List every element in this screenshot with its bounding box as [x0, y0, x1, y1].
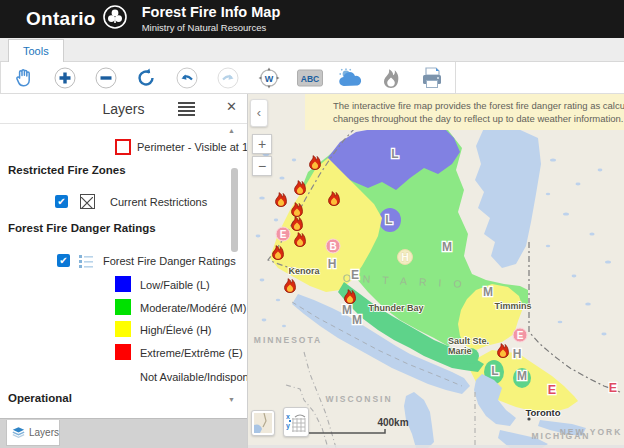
- compass-w-icon: W: [257, 66, 281, 90]
- info-banner-line1: The interactive fire map provides the fo…: [333, 99, 624, 112]
- svg-text:M: M: [352, 313, 362, 327]
- collapse-panel-button[interactable]: ‹: [250, 99, 268, 127]
- danger-marker-L[interactable]: L: [385, 213, 392, 227]
- layers-panel-header: Layers ✕: [0, 94, 247, 124]
- svg-text:H: H: [328, 257, 337, 271]
- svg-text:y: y: [286, 422, 290, 430]
- printer-icon: [420, 67, 444, 89]
- refresh-icon: [135, 67, 157, 89]
- print-button[interactable]: [419, 65, 445, 91]
- overview-map-icon: [254, 413, 272, 433]
- danger-marker-H[interactable]: H: [328, 257, 337, 271]
- map-toolbar: W ABC: [0, 62, 624, 94]
- next-extent-button[interactable]: [215, 65, 241, 91]
- map-canvas[interactable]: ONTARIO 400km MINNESOTAWISCONSINMICHIGAN…: [248, 94, 624, 448]
- legend-swatch-extreme: [115, 344, 131, 360]
- layer-label-danger-ratings: Forest Fire Danger Ratings: [103, 255, 236, 267]
- zoom-in-icon: [53, 66, 77, 90]
- labels-button[interactable]: ABC: [297, 65, 323, 91]
- danger-ratings-checkbox[interactable]: ✔: [57, 254, 70, 267]
- danger-marker-H[interactable]: H: [513, 347, 522, 361]
- city-label: Sault Ste.: [448, 336, 489, 346]
- group-danger-ratings: Forest Fire Danger Ratings: [8, 222, 156, 234]
- danger-marker-M[interactable]: M: [483, 285, 493, 299]
- info-banner: The interactive fire map provides the fo…: [305, 94, 624, 130]
- zoom-out-button[interactable]: [93, 65, 119, 91]
- zoom-in-button[interactable]: [52, 65, 78, 91]
- tab-bar: Tools: [0, 38, 624, 62]
- previous-extent-button[interactable]: [174, 65, 200, 91]
- ontario-brand: Ontario: [26, 4, 128, 34]
- north-compass-button[interactable]: W: [256, 65, 282, 91]
- svg-text:B: B: [329, 241, 336, 252]
- city-label: Thunder Bay: [368, 303, 423, 313]
- forward-arrow-icon: [216, 66, 240, 90]
- svg-text:E: E: [351, 268, 359, 282]
- danger-marker-M[interactable]: M: [342, 303, 352, 317]
- map-zoom-in-button[interactable]: +: [252, 134, 272, 154]
- svg-text:E: E: [280, 229, 287, 240]
- pan-hand-icon: [13, 67, 35, 89]
- panel-scrollbar[interactable]: [231, 168, 238, 252]
- weather-button[interactable]: [337, 65, 363, 91]
- danger-marker-M[interactable]: M: [517, 369, 527, 383]
- current-restrictions-checkbox[interactable]: ✔: [55, 195, 68, 208]
- danger-marker-B[interactable]: B: [326, 239, 340, 253]
- refresh-button[interactable]: [133, 65, 159, 91]
- danger-marker-M[interactable]: M: [442, 240, 452, 254]
- danger-marker-L[interactable]: L: [391, 147, 398, 161]
- state-label: WISCONSIN: [325, 394, 392, 404]
- scroll-down-icon[interactable]: ▼: [228, 396, 235, 403]
- svg-text:E: E: [548, 383, 556, 397]
- danger-marker-E[interactable]: E: [276, 227, 290, 241]
- close-icon[interactable]: ✕: [226, 99, 237, 114]
- legend-label-moderate: Moderate/Modéré (M): [140, 302, 246, 314]
- toolbar-group: W ABC: [0, 62, 456, 94]
- danger-marker-E[interactable]: E: [609, 381, 617, 395]
- state-label: MINNESOTA: [254, 335, 322, 345]
- legend-swatch-moderate: [115, 299, 131, 315]
- fire-report-button[interactable]: [378, 65, 404, 91]
- panel-menu-icon[interactable]: [178, 102, 195, 118]
- coordinates-grid-button[interactable]: x y: [283, 407, 309, 437]
- city-label: Kenora: [288, 266, 320, 276]
- danger-marker-M[interactable]: M: [352, 313, 362, 327]
- state-label: NEW YORK: [560, 427, 623, 437]
- city-label: Timmins: [495, 301, 532, 311]
- svg-text:L: L: [391, 147, 398, 161]
- page-title: Forest Fire Info Map: [142, 5, 281, 20]
- svg-text:M: M: [442, 240, 452, 254]
- danger-marker-E[interactable]: E: [548, 383, 556, 397]
- danger-marker-H[interactable]: H: [398, 250, 413, 265]
- danger-marker-E[interactable]: E: [513, 328, 527, 342]
- svg-text:L: L: [491, 364, 498, 378]
- pan-button[interactable]: [11, 65, 37, 91]
- overview-map-button[interactable]: [251, 410, 275, 436]
- danger-marker-E[interactable]: E: [351, 268, 359, 282]
- svg-text:x: x: [286, 413, 290, 420]
- weather-cloud-sun-icon: [337, 67, 363, 89]
- legend-label-extreme: Extreme/Extrême (E): [140, 347, 243, 359]
- ontario-trillium-logo-icon: [102, 4, 128, 34]
- scroll-up-icon[interactable]: ▲: [228, 127, 235, 134]
- layers-stack-icon: [12, 426, 25, 439]
- legend-label-low: Low/Faible (L): [140, 279, 210, 291]
- back-arrow-icon: [175, 66, 199, 90]
- svg-text:M: M: [342, 303, 352, 317]
- restriction-zone-icon: [80, 194, 95, 209]
- layers-panel-title: Layers: [102, 101, 144, 117]
- tab-tools[interactable]: Tools: [8, 39, 64, 62]
- flame-icon: [381, 67, 401, 89]
- danger-marker-L[interactable]: L: [491, 364, 498, 378]
- map-zoom-out-button[interactable]: −: [252, 156, 272, 176]
- legend-label-not-available: Not Available/Indisponible: [140, 371, 247, 383]
- layers-footer-label: Layers: [29, 427, 59, 438]
- group-operational: Operational: [8, 392, 72, 404]
- svg-text:H: H: [401, 251, 409, 263]
- layers-list: ▲ Perimeter - Visible at 10 km Restricte…: [0, 124, 247, 418]
- legend-swatch-low: [115, 276, 131, 292]
- layers-footer-tab[interactable]: Layers: [6, 420, 60, 446]
- svg-text:ABC: ABC: [300, 73, 318, 83]
- perimeter-swatch: [115, 139, 131, 155]
- zoom-out-icon: [94, 66, 118, 90]
